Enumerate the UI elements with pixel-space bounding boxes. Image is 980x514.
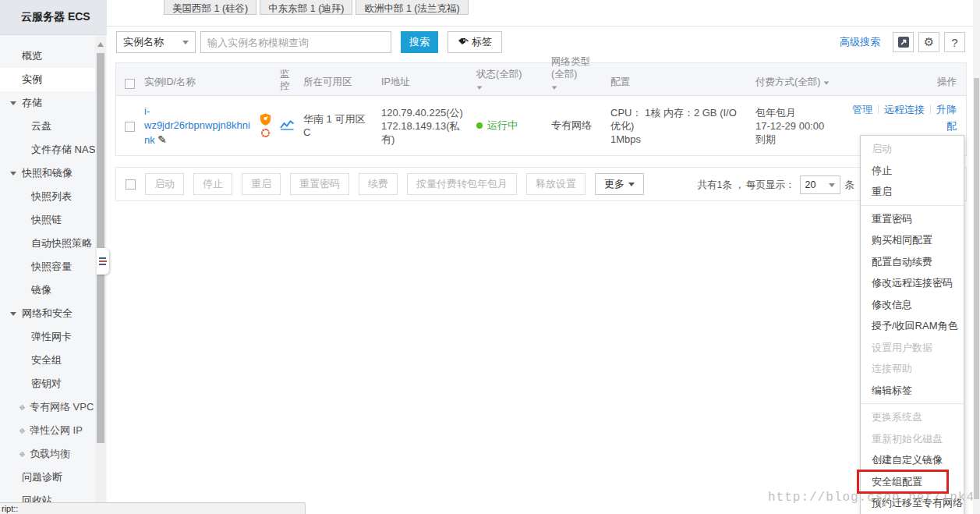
search-field-select[interactable]: 实例名称 <box>116 31 196 53</box>
status-label: 运行中 <box>487 119 518 131</box>
sidebar-group-snapshot-image[interactable]: 快照和镜像 <box>0 161 95 185</box>
page-scrollbar[interactable] <box>973 0 980 514</box>
menu-item-ram-role[interactable]: 授予/收回RAM角色 <box>861 315 964 337</box>
sidebar-item-key-pairs[interactable]: 密钥对 <box>0 372 95 395</box>
per-page-unit: 条 <box>845 179 855 192</box>
divider <box>107 26 973 27</box>
sidebar-item-auto-snapshot-policy[interactable]: 自动快照策略 <box>0 232 95 255</box>
external-link-icon <box>18 427 27 435</box>
page-scrollbar-thumb[interactable] <box>974 78 979 499</box>
sidebar-collapse-handle[interactable] <box>97 248 109 275</box>
menu-item-edit-tags[interactable]: 编辑标签 <box>861 380 964 402</box>
ip-cell: 120.79.40.225(公) 172.18.149.13(私有) <box>375 106 470 146</box>
sidebar-item-vpc[interactable]: 专有网络 VPC <box>0 395 95 419</box>
status-cell: 运行中 <box>470 119 545 133</box>
sidebar-item-snapshot-capacity[interactable]: 快照容量 <box>0 255 95 278</box>
sidebar-item-security-groups[interactable]: 安全组 <box>0 349 95 372</box>
search-button[interactable]: 搜索 <box>401 31 438 53</box>
search-bar: 实例名称 搜索 标签 <box>116 31 502 53</box>
start-button[interactable]: 启动 <box>145 173 184 195</box>
advanced-search-link[interactable]: 高级搜索 <box>840 35 880 49</box>
renew-button[interactable]: 续费 <box>359 173 398 195</box>
instance-table: 实例ID/名称 监控 所在可用区 IP地址 状态(全部) 网络类型(全部) 配置… <box>115 62 967 156</box>
region-tab-eu-central[interactable]: 欧洲中部 1 (法兰克福) <box>356 0 468 15</box>
header-ip: IP地址 <box>375 76 470 95</box>
table-header-row: 实例ID/名称 监控 所在可用区 IP地址 状态(全部) 网络类型(全部) 配置… <box>116 63 966 96</box>
monitor-chart-icon[interactable] <box>280 119 295 130</box>
ubuntu-os-icon <box>260 128 271 138</box>
sidebar-item-slb[interactable]: 负载均衡 <box>0 442 95 466</box>
paygo-to-subscription-button[interactable]: 按量付费转包年包月 <box>407 173 517 195</box>
header-status-filter[interactable]: 状态(全部) <box>470 68 545 95</box>
sidebar: 云服务器 ECS 概览 实例 存储 云盘 文件存储 NAS 快照和镜像 快照列表… <box>0 0 107 514</box>
menu-item-auto-renew[interactable]: 配置自动续费 <box>861 251 964 273</box>
resize-link[interactable]: 升降配 <box>936 104 957 132</box>
sidebar-nav: 概览 实例 存储 云盘 文件存储 NAS 快照和镜像 快照列表 快照链 自动快照… <box>0 35 95 512</box>
external-link-icon <box>18 450 27 459</box>
header-payment-filter[interactable]: 付费方式(全部) <box>749 76 838 95</box>
chevron-down-icon <box>829 183 835 187</box>
scroll-up-arrow-icon[interactable] <box>97 42 104 47</box>
tag-filter-button[interactable]: 标签 <box>448 31 502 53</box>
restart-button[interactable]: 重启 <box>242 173 281 195</box>
row-checkbox[interactable] <box>125 122 135 132</box>
menu-item-stop[interactable]: 停止 <box>861 160 964 182</box>
chevron-down-icon <box>182 41 189 44</box>
sidebar-item-nas[interactable]: 文件存储 NAS <box>0 138 95 161</box>
menu-item-edit-info[interactable]: 修改信息 <box>861 294 964 316</box>
sidebar-item-overview[interactable]: 概览 <box>0 44 95 68</box>
sidebar-group-network-security[interactable]: 网络和安全 <box>0 302 95 325</box>
status-dot <box>476 122 483 129</box>
help-button[interactable]: ? <box>944 32 965 52</box>
sidebar-item-eip[interactable]: 弹性公网 IP <box>0 419 95 442</box>
sidebar-item-disks[interactable]: 云盘 <box>0 115 95 138</box>
stop-button[interactable]: 停止 <box>193 173 232 195</box>
table-row: i-wz9jdr26rbpnwpjn8khnink ✎ 华南 1 可用区 C 1… <box>116 96 966 155</box>
region-tab-me-east[interactable]: 中东东部 1 (迪拜) <box>260 0 352 15</box>
per-page-label: 每页显示： <box>746 179 795 192</box>
menu-item-start: 启动 <box>861 138 964 160</box>
search-input[interactable] <box>200 31 391 53</box>
region-tab-us-west[interactable]: 美国西部 1 (硅谷) <box>164 0 256 15</box>
sidebar-item-snapshot-list[interactable]: 快照列表 <box>0 185 95 208</box>
select-all-checkbox[interactable] <box>125 79 135 89</box>
network-type-cell: 专有网络 <box>545 119 604 133</box>
menu-item-buy-same-config[interactable]: 购买相同配置 <box>861 229 964 251</box>
sidebar-scrollbar[interactable] <box>95 36 106 514</box>
edit-name-icon[interactable]: ✎ <box>157 133 167 146</box>
reset-password-button[interactable]: 重置密码 <box>290 173 349 195</box>
release-settings-button[interactable]: 释放设置 <box>526 173 586 195</box>
toolbar-checkbox[interactable] <box>126 179 136 190</box>
chevron-down-icon <box>552 86 557 89</box>
settings-button[interactable]: ⚙ <box>918 32 939 52</box>
menu-item-create-custom-image[interactable]: 创建自定义镜像 <box>861 449 964 471</box>
manage-link[interactable]: 管理 <box>852 104 872 115</box>
header-actions: 操作 <box>838 76 966 95</box>
highlight-annotation-box <box>857 470 949 494</box>
menu-item-restart[interactable]: 重启 <box>861 181 964 203</box>
pagination: 共有1条 ， 每页显示： 20 条 <box>698 175 854 194</box>
sidebar-item-instances[interactable]: 实例 <box>0 68 95 91</box>
chevron-down-icon <box>10 101 16 105</box>
tag-icon <box>458 37 469 48</box>
page-size-select[interactable]: 20 <box>800 175 840 194</box>
sidebar-item-eni[interactable]: 弹性网卡 <box>0 325 95 349</box>
menu-item-change-remote-password[interactable]: 修改远程连接密码 <box>861 272 964 294</box>
menu-item-reset-password[interactable]: 重置密码 <box>861 208 964 230</box>
payment-cell: 包年包月 17-12-29 00:00 到期 <box>749 106 838 146</box>
sidebar-item-snapshot-chain[interactable]: 快照链 <box>0 208 95 232</box>
browser-status-bar: ript:: <box>0 502 306 514</box>
export-button[interactable] <box>893 32 914 52</box>
collapse-icon <box>99 257 107 265</box>
zone-cell: 华南 1 可用区 C <box>297 112 375 139</box>
sidebar-item-diagnostics[interactable]: 问题诊断 <box>0 466 95 489</box>
sidebar-title: 云服务器 ECS <box>0 0 107 35</box>
header-network-type-filter[interactable]: 网络类型(全部) <box>545 55 604 95</box>
sidebar-item-images[interactable]: 镜像 <box>0 278 95 302</box>
batch-toolbar: 启动 停止 重启 重置密码 续费 按量付费转包年包月 释放设置 更多 共有1条 … <box>115 167 967 201</box>
chevron-down-icon <box>477 86 483 89</box>
sidebar-group-storage[interactable]: 存储 <box>0 91 95 115</box>
remote-connect-link[interactable]: 远程连接 <box>884 104 925 115</box>
toolbar-more-button[interactable]: 更多 <box>595 173 644 195</box>
menu-item-migrate-to-vpc[interactable]: 预约迁移至专有网络 <box>861 492 964 514</box>
